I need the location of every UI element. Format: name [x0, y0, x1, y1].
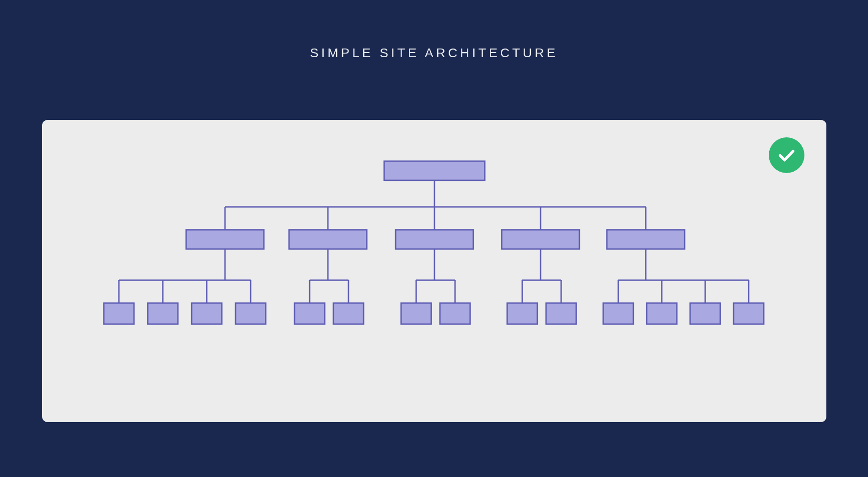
tree-node-l2-2	[289, 230, 367, 249]
tree-node-l2-4	[502, 230, 579, 249]
tree-node-l3-4	[236, 303, 266, 324]
tree-node-l3-2	[148, 303, 178, 324]
diagram-card	[42, 120, 826, 422]
tree-node-l2-3	[396, 230, 473, 249]
tree-node-l3-13	[690, 303, 720, 324]
tree-node-root	[384, 161, 485, 180]
tree-node-l2-1	[186, 230, 264, 249]
tree-node-l3-1	[104, 303, 134, 324]
tree-node-l3-8	[440, 303, 470, 324]
tree-node-l3-7	[401, 303, 431, 324]
tree-node-l3-9	[507, 303, 537, 324]
site-architecture-diagram	[42, 120, 826, 422]
tree-node-l3-12	[647, 303, 677, 324]
tree-node-l3-11	[603, 303, 633, 324]
tree-node-l3-10	[546, 303, 576, 324]
page-title: SIMPLE SITE ARCHITECTURE	[310, 46, 558, 60]
tree-node-l2-5	[607, 230, 685, 249]
tree-node-l3-3	[192, 303, 222, 324]
tree-node-l3-5	[295, 303, 325, 324]
tree-node-l3-14	[734, 303, 764, 324]
tree-node-l3-6	[333, 303, 364, 324]
